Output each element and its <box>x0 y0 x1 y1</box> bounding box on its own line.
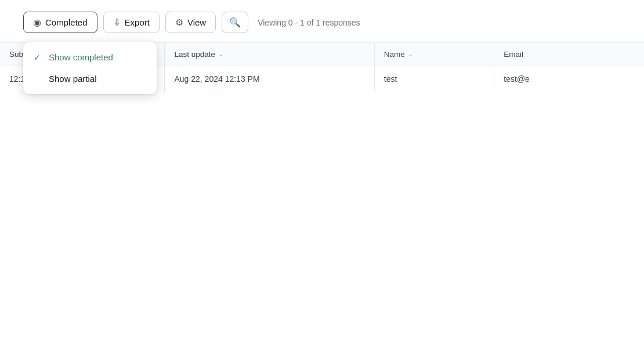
cell-last-update: Aug 22, 2024 12:13 PM <box>165 66 374 92</box>
cell-name: test <box>374 66 494 92</box>
view-label: View <box>187 17 206 27</box>
export-button[interactable]: ⇩ Export <box>103 12 160 33</box>
cell-email: test@e <box>494 66 644 92</box>
export-icon: ⇩ <box>113 17 121 28</box>
search-button[interactable]: 🔍 <box>222 12 248 33</box>
check-icon: ✓ <box>34 53 43 62</box>
search-icon: 🔍 <box>229 17 241 28</box>
show-partial-label: Show partial <box>49 74 97 84</box>
completed-label: Completed <box>45 17 88 27</box>
show-completed-item[interactable]: ✓ Show completed <box>23 46 157 68</box>
eye-icon: ◉ <box>33 17 41 28</box>
email-col-label: Email <box>504 50 523 59</box>
sort-icon-last-update: ⌄ <box>218 51 223 58</box>
completed-button[interactable]: ◉ Completed <box>23 12 97 33</box>
name-value: test <box>384 74 397 84</box>
last-update-value: Aug 22, 2024 12:13 PM <box>174 74 259 84</box>
email-value: test@e <box>504 74 530 84</box>
col-header-email: Email <box>494 43 644 66</box>
empty-area <box>0 92 644 266</box>
show-completed-label: Show completed <box>49 52 113 62</box>
toolbar: ◉ Completed ⇩ Export ⚙ View 🔍 Viewing 0 … <box>0 0 644 42</box>
view-button[interactable]: ⚙ View <box>165 12 216 33</box>
completed-dropdown: ✓ Show completed Show partial <box>23 42 157 94</box>
col-header-last-update[interactable]: Last update ⌄ <box>165 43 374 66</box>
last-update-col-label: Last update <box>174 50 215 59</box>
col-header-name[interactable]: Name ⌄ <box>374 43 494 66</box>
viewing-text: Viewing 0 - 1 of 1 responses <box>258 18 360 27</box>
name-col-label: Name <box>384 50 405 59</box>
sort-icon-name: ⌄ <box>408 51 413 58</box>
show-partial-item[interactable]: Show partial <box>23 68 157 89</box>
export-label: Export <box>125 17 150 27</box>
gear-icon: ⚙ <box>175 17 183 28</box>
